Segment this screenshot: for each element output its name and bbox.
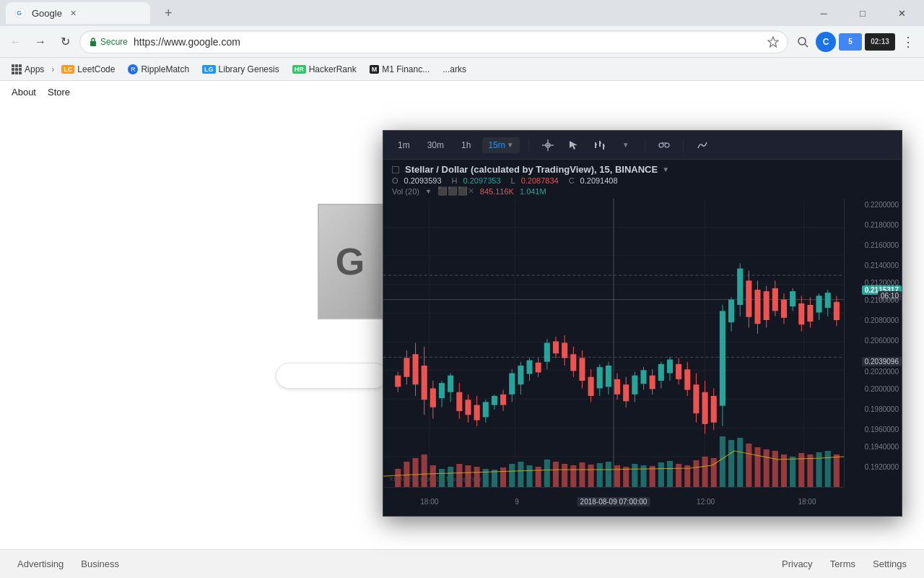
toolbar-separator-1 (528, 138, 529, 152)
vol-label: Vol (20) (392, 187, 419, 196)
svg-rect-77 (526, 361, 532, 374)
bookmark-ripplematch[interactable]: R RippleMatch (122, 61, 195, 77)
extension2-button[interactable]: 02:13 (865, 33, 895, 51)
tab-close-button[interactable]: ✕ (68, 7, 79, 19)
crosshair-tool-icon[interactable] (538, 135, 558, 155)
address-bar[interactable]: Secure https://www.google.com (79, 30, 788, 53)
back-button[interactable]: ← (6, 32, 26, 52)
timeframe-15m-active[interactable]: 15m ▼ (482, 137, 519, 153)
price-0.2000: 0.2000000 (865, 385, 899, 393)
svg-rect-190 (764, 449, 770, 487)
svg-rect-160 (500, 467, 506, 487)
chart-header: Stellar / Dollar (calculated by TradingV… (383, 160, 902, 199)
close-label: C (569, 176, 575, 185)
svg-rect-9 (12, 68, 14, 71)
svg-rect-182 (693, 460, 699, 487)
bookmark-hackerrank[interactable]: HR HackerRank (287, 61, 362, 77)
terms-link[interactable]: Terms (830, 558, 855, 569)
high-label: H (452, 176, 458, 185)
extension1-button[interactable]: 5 (839, 33, 862, 51)
privacy-link[interactable]: Privacy (782, 558, 813, 569)
svg-rect-75 (518, 366, 523, 384)
svg-rect-159 (492, 470, 497, 487)
price-0.2180: 0.2180000 (865, 220, 899, 228)
forward-button[interactable]: → (30, 32, 51, 52)
timeframe-1h[interactable]: 1h (456, 137, 476, 153)
svg-rect-133 (772, 288, 778, 311)
svg-line-5 (805, 44, 808, 47)
svg-rect-163 (526, 465, 532, 487)
svg-rect-143 (816, 296, 822, 312)
low-label: L (511, 176, 515, 185)
svg-rect-109 (667, 360, 673, 374)
vol-dropdown-icon[interactable]: ▼ (425, 188, 432, 195)
chart-type-icon[interactable] (590, 135, 610, 155)
reload-button[interactable]: ↻ (55, 32, 75, 52)
business-link[interactable]: Business (81, 558, 119, 569)
compare-icon[interactable] (654, 135, 674, 155)
bookmark-more[interactable]: ...arks (437, 61, 472, 77)
maximize-button[interactable]: □ (846, 2, 879, 24)
svg-rect-53 (422, 366, 427, 400)
chart-main-area[interactable]: XLM/USD chart by TradingView 0.2200000 0… (383, 199, 902, 516)
profile-button[interactable]: C (816, 32, 836, 52)
svg-rect-141 (807, 305, 813, 322)
page-content: About Store G Advertising Business Priva… (0, 81, 924, 578)
chart-type-dropdown-icon[interactable]: ▼ (616, 135, 636, 155)
timeframe-1m[interactable]: 1m (392, 137, 416, 153)
cursor-tool-icon[interactable] (564, 135, 584, 155)
svg-rect-117 (702, 392, 708, 424)
settings-link[interactable]: Settings (873, 558, 907, 569)
advertising-link[interactable]: Advertising (17, 558, 64, 569)
svg-rect-2 (90, 41, 96, 46)
svg-rect-167 (562, 464, 567, 487)
new-tab[interactable]: + (156, 2, 185, 24)
bookmark-m1[interactable]: M M1 Financ... (364, 61, 436, 77)
svg-rect-99 (623, 384, 629, 401)
star-icon[interactable] (767, 36, 779, 48)
svg-rect-91 (588, 377, 594, 396)
svg-rect-10 (15, 68, 18, 71)
svg-rect-105 (650, 376, 655, 389)
svg-point-26 (665, 143, 669, 147)
time-label-07-00: 2018-08-09 07:00:00 (578, 497, 650, 506)
svg-rect-176 (640, 465, 646, 487)
bookmark-libgen[interactable]: LG Library Genesis (196, 61, 285, 77)
svg-rect-87 (570, 354, 576, 371)
bookmark-leetcode[interactable]: LC LeetCode (56, 61, 121, 77)
active-tab[interactable]: G Google ✕ (6, 2, 150, 24)
svg-rect-69 (492, 396, 497, 405)
svg-rect-71 (500, 394, 506, 405)
store-link[interactable]: Store (48, 87, 70, 98)
dropdown-icon[interactable]: ▼ (662, 165, 669, 173)
indicator-icon[interactable] (692, 135, 712, 155)
svg-rect-197 (825, 451, 831, 487)
svg-rect-145 (825, 293, 831, 308)
about-link[interactable]: About (12, 87, 36, 98)
chart-volume: Vol (20) ▼ ⬛⬛⬛✕ 845.116K 1.041M (392, 186, 893, 196)
dropdown-arrow-icon: ▼ (507, 141, 514, 149)
close-button[interactable]: ✕ (885, 2, 918, 24)
minimize-button[interactable]: ─ (807, 2, 840, 24)
svg-rect-95 (606, 366, 611, 387)
search-icon-btn[interactable] (793, 32, 813, 52)
price-0.2080: 0.2080000 (865, 316, 899, 324)
chart-toolbar: 1m 30m 1h 15m ▼ ▼ (383, 131, 902, 160)
bookmark-leetcode-label: LeetCode (77, 64, 115, 74)
svg-rect-188 (746, 444, 751, 487)
svg-rect-81 (544, 343, 550, 362)
url-text[interactable]: https://www.google.com (134, 36, 762, 48)
svg-rect-51 (413, 354, 419, 384)
close-value: 0.2091408 (580, 176, 618, 185)
svg-rect-8 (19, 64, 22, 67)
price-0.2060: 0.2060000 (865, 336, 899, 344)
timeframe-30m[interactable]: 30m (422, 137, 450, 153)
svg-rect-169 (579, 462, 585, 487)
svg-rect-178 (658, 462, 664, 487)
svg-rect-198 (834, 454, 840, 487)
svg-marker-18 (570, 141, 578, 150)
menu-button[interactable]: ⋮ (898, 32, 918, 52)
bookmarks-bar: Apps › LC LeetCode R RippleMatch LG Libr… (0, 58, 924, 81)
bookmark-apps[interactable]: Apps (6, 61, 50, 77)
svg-rect-93 (597, 367, 603, 388)
